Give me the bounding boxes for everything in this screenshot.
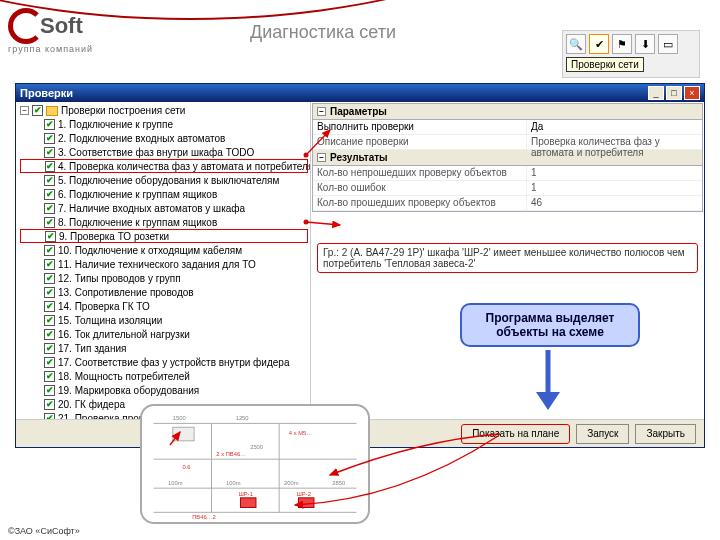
- svg-text:ПВ46…2: ПВ46…2: [192, 514, 216, 520]
- tree-item[interactable]: ✔16. Ток длительной нагрузки: [20, 327, 308, 341]
- tree-item[interactable]: ✔1. Подключение к группе: [20, 117, 308, 131]
- error-message: Гр.: 2 (А. ВА47-29 1P)' шкафа 'ШР-2' име…: [317, 243, 698, 273]
- tree-group-build[interactable]: − ✔ Проверки построения сети: [20, 104, 308, 117]
- svg-rect-6: [173, 427, 194, 441]
- plan-thumbnail: 15001250 2500 100m100m200m2850 4 x M5… 2…: [140, 404, 370, 524]
- svg-text:1500: 1500: [173, 415, 186, 421]
- tree-item[interactable]: ✔3. Соответствие фаз внутри шкафа TODO: [20, 145, 308, 159]
- tree-item[interactable]: ✔18. Мощность потребителей: [20, 369, 308, 383]
- checkbox-icon[interactable]: ✔: [44, 203, 55, 214]
- svg-text:4 x M5…: 4 x M5…: [289, 430, 312, 436]
- highlight-callout: Программа выделяет объекты на схеме: [460, 303, 640, 347]
- svg-text:ШР-1: ШР-1: [239, 491, 253, 497]
- brand-text: Soft: [40, 13, 83, 39]
- tree-item[interactable]: ✔9. Проверка ТО розетки: [20, 229, 308, 243]
- checkbox-icon[interactable]: ✔: [44, 315, 55, 326]
- checkbox-icon[interactable]: ✔: [44, 357, 55, 368]
- tree-item[interactable]: ✔12. Типы проводов у групп: [20, 271, 308, 285]
- property-row[interactable]: Описание проверкиПроверка количества фаз…: [313, 135, 702, 150]
- tree-item[interactable]: ✔8. Подключение к группам ящиков: [20, 215, 308, 229]
- property-key: Описание проверки: [313, 135, 527, 149]
- tree-item[interactable]: ✔11. Наличие технического задания для ТО: [20, 257, 308, 271]
- checkbox-icon[interactable]: ✔: [44, 329, 55, 340]
- property-value: 46: [527, 196, 702, 210]
- checkbox-icon[interactable]: ✔: [44, 301, 55, 312]
- property-key: Кол-во непрошедших проверку объектов: [313, 166, 527, 180]
- property-value: Да: [527, 120, 702, 134]
- tree-item[interactable]: ✔4. Проверка количества фаз у автомата и…: [20, 159, 308, 173]
- window-titlebar[interactable]: Проверки _ □ ×: [16, 84, 704, 102]
- toolbar-tooltip: Проверки сети: [566, 57, 644, 72]
- minus-icon[interactable]: −: [20, 106, 29, 115]
- close-button[interactable]: Закрыть: [635, 424, 696, 444]
- tree-item[interactable]: ✔13. Сопротивление проводов: [20, 285, 308, 299]
- tree-item[interactable]: ✔14. Проверка ГК ТО: [20, 299, 308, 313]
- checks-tree[interactable]: − ✔ Проверки построения сети ✔1. Подключ…: [16, 102, 311, 419]
- tree-item[interactable]: ✔7. Наличие входных автоматов у шкафа: [20, 201, 308, 215]
- checkbox-icon[interactable]: ✔: [44, 175, 55, 186]
- checkbox-icon[interactable]: ✔: [44, 133, 55, 144]
- tree-item[interactable]: ✔10. Подключение к отходящим кабелям: [20, 243, 308, 257]
- svg-text:100m: 100m: [168, 480, 183, 486]
- tree-item[interactable]: ✔15. Толщина изоляции: [20, 313, 308, 327]
- checkbox-icon[interactable]: ✔: [44, 371, 55, 382]
- window-title: Проверки: [20, 87, 646, 99]
- checkbox-icon[interactable]: ✔: [45, 161, 55, 172]
- flag-icon[interactable]: ⚑: [612, 34, 632, 54]
- checkbox-icon[interactable]: ✔: [32, 105, 43, 116]
- svg-text:100m: 100m: [226, 480, 241, 486]
- property-row[interactable]: Выполнить проверкиДа: [313, 120, 702, 135]
- checkbox-icon[interactable]: ✔: [44, 245, 55, 256]
- check-icon[interactable]: ✔: [589, 34, 609, 54]
- window-maximize-button[interactable]: □: [666, 86, 682, 100]
- checkbox-icon[interactable]: ✔: [44, 119, 55, 130]
- checkbox-icon[interactable]: ✔: [44, 385, 55, 396]
- tree-item[interactable]: ✔2. Подключение входных автоматов: [20, 131, 308, 145]
- property-key: Выполнить проверки: [313, 120, 527, 134]
- folder-icon: [46, 106, 58, 116]
- tree-item[interactable]: ✔19. Маркировка оборудования: [20, 383, 308, 397]
- copyright: ©ЗАО «СиСофт»: [8, 526, 80, 536]
- property-value: Проверка количества фаз у автомата и пот…: [527, 135, 702, 149]
- tree-item[interactable]: ✔6. Подключение к группам ящиков: [20, 187, 308, 201]
- pg-section-results[interactable]: −Результаты: [313, 150, 702, 166]
- down-icon[interactable]: ⬇: [635, 34, 655, 54]
- svg-rect-8: [299, 498, 314, 508]
- checkbox-icon[interactable]: ✔: [44, 343, 55, 354]
- property-grid: −Параметры Выполнить проверкиДаОписание …: [312, 103, 703, 212]
- window-minimize-button[interactable]: _: [648, 86, 664, 100]
- select-icon[interactable]: ▭: [658, 34, 678, 54]
- svg-text:1250: 1250: [236, 415, 249, 421]
- checkbox-icon[interactable]: ✔: [44, 217, 55, 228]
- checkbox-icon[interactable]: ✔: [45, 231, 56, 242]
- page-title: Диагностика сети: [250, 22, 396, 43]
- tree-item[interactable]: ✔5. Подключение оборудования к выключате…: [20, 173, 308, 187]
- property-row[interactable]: Кол-во непрошедших проверку объектов1: [313, 166, 702, 181]
- svg-text:ШР-2: ШР-2: [297, 491, 311, 497]
- pg-section-params[interactable]: −Параметры: [313, 104, 702, 120]
- property-key: Кол-во ошибок: [313, 181, 527, 195]
- property-value: 1: [527, 181, 702, 195]
- checkbox-icon[interactable]: ✔: [44, 189, 55, 200]
- tree-item[interactable]: ✔17. Тип здания: [20, 341, 308, 355]
- property-row[interactable]: Кол-во прошедших проверку объектов46: [313, 196, 702, 211]
- brand-logo: Soft группа компаний: [8, 8, 93, 54]
- checks-toolbar: 🔍 ✔ ⚑ ⬇ ▭ Проверки сети: [562, 30, 700, 78]
- svg-text:2 x ПВ46…: 2 x ПВ46…: [216, 451, 246, 457]
- checks-window: Проверки _ □ × − ✔ Проверки построения с…: [15, 83, 705, 448]
- show-on-plan-button[interactable]: Показать на плане: [461, 424, 570, 444]
- property-key: Кол-во прошедших проверку объектов: [313, 196, 527, 210]
- tree-item[interactable]: ✔17. Соответствие фаз у устройств внутри…: [20, 355, 308, 369]
- checkbox-icon[interactable]: ✔: [44, 273, 55, 284]
- run-button[interactable]: Запуск: [576, 424, 629, 444]
- checkbox-icon[interactable]: ✔: [44, 399, 55, 410]
- checkbox-icon[interactable]: ✔: [44, 147, 55, 158]
- window-close-button[interactable]: ×: [684, 86, 700, 100]
- magnifier-icon[interactable]: 🔍: [566, 34, 586, 54]
- svg-text:200m: 200m: [284, 480, 299, 486]
- checkbox-icon[interactable]: ✔: [44, 259, 55, 270]
- property-row[interactable]: Кол-во ошибок1: [313, 181, 702, 196]
- checkbox-icon[interactable]: ✔: [44, 287, 55, 298]
- svg-text:2850: 2850: [332, 480, 345, 486]
- property-value: 1: [527, 166, 702, 180]
